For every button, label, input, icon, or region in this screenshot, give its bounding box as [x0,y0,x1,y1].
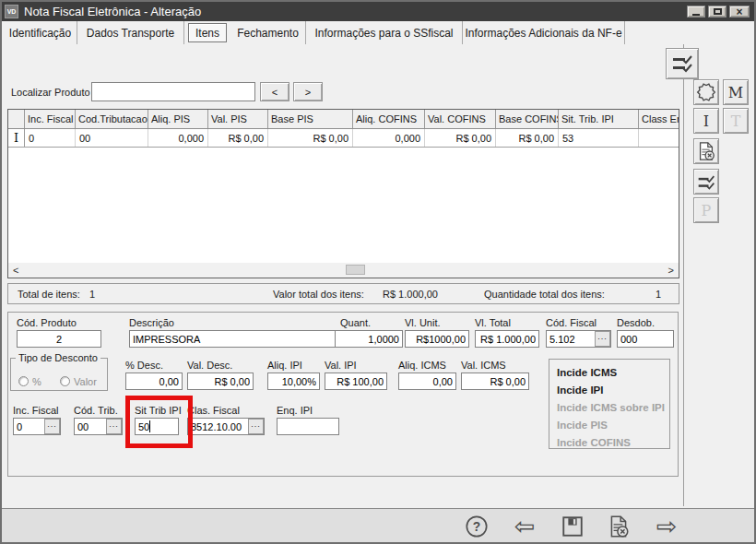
letter-t-icon: T [731,112,741,130]
maximize-button[interactable] [708,6,726,18]
val-icms-label: Val. ICMS [461,360,529,371]
grid-header-cell[interactable]: Sit. Trib. IPI [559,110,639,128]
grid-header-cell[interactable]: Val. COFINS [425,110,496,128]
previous-item-button[interactable]: < [260,82,289,101]
incide-icms: Incide ICMS [557,364,669,382]
tab-dados-transporte[interactable]: Dados Transporte [77,21,184,44]
desdob-field: Desdob. [617,317,674,348]
table-row[interactable]: I 0 00 0,000 R$ 0,00 R$ 0,00 0,000 R$ 0,… [8,129,679,148]
side-button-p-disabled: P [693,197,719,223]
vl-total-field: Vl. Total [475,317,539,348]
scroll-thumb[interactable] [346,265,365,275]
next-item-button[interactable]: > [293,82,323,101]
enq-ipi-input[interactable] [277,418,339,435]
tab-label: Informações para o SSfiscal [314,27,453,40]
inc-fiscal-label: Inc. Fiscal [13,405,61,416]
aliq-icms-input[interactable] [398,373,456,390]
cod-trib-lookup-button[interactable]: ... [106,419,122,434]
tab-label: Fechamento [237,27,299,40]
confirm-items-button[interactable] [666,48,699,79]
titlebar: VD Nota Fiscal Eletrônica - Alteração × [2,2,754,21]
cancel-document-button[interactable] [605,513,632,540]
pct-desc-input[interactable] [125,373,183,390]
sit-trib-ipi-input[interactable] [135,418,179,435]
val-ipi-input[interactable] [325,373,387,390]
tab-fechamento[interactable]: Fechamento [230,21,306,44]
grid-header-marker [8,110,25,128]
grid-header-cell[interactable]: Base COFINS [496,110,559,128]
letter-p-icon: P [702,202,712,219]
total-items-label: Total de itens: [18,289,80,300]
minimize-button[interactable] [687,6,705,18]
cell-val-pis: R$ 0,00 [208,129,268,147]
side-button-i[interactable]: I [693,108,719,134]
grid-header-cell[interactable]: Class End [639,110,679,128]
radio-valor[interactable]: Valor [60,373,97,389]
seal-button[interactable] [693,79,719,105]
save-button[interactable] [559,513,586,540]
side-button-t-disabled: T [723,108,749,134]
tab-label: Dados Transporte [87,27,174,40]
aliq-ipi-input[interactable] [267,373,320,390]
vl-unit-input[interactable] [405,330,469,348]
next-label: > [305,87,311,98]
grid-header-cell[interactable]: Aliq. COFINS [353,110,425,128]
cell-val-cofins: R$ 0,00 [425,129,496,147]
back-button[interactable]: ⇦ [511,513,538,540]
tabstrip: Identificação Dados Transporte Itens Fec… [2,21,754,44]
val-ipi-label: Val. IPI [325,360,387,371]
tab-informacoes-ssfiscal[interactable]: Informações para o SSfiscal [306,21,463,44]
quant-field: Quant. [335,317,403,348]
grid-header-cell[interactable]: Val. PIS [208,110,268,128]
confirm-side-button[interactable] [693,169,719,195]
grid-header-cell[interactable]: Inc. Fiscal [25,110,76,128]
val-desc-input[interactable] [187,373,254,390]
sit-trib-ipi-field: Sit Trib IPI [135,405,179,435]
side-button-m[interactable]: M [723,79,749,105]
cod-fiscal-lookup-button[interactable]: ... [595,331,610,347]
vl-total-input[interactable] [475,330,539,348]
close-button[interactable]: × [729,6,750,18]
document-x-icon [696,141,716,161]
cod-produto-field: Cód. Produto [17,317,101,348]
cod-produto-input[interactable] [17,330,101,348]
total-qty-value: 1 [656,289,661,300]
val-desc-field: Val. Desc. [187,360,254,390]
scroll-left-arrow[interactable]: < [13,265,18,276]
radio-percent[interactable]: % [18,373,41,389]
close-icon: × [736,7,742,17]
grid-header-cell[interactable]: Aliq. PIS [148,110,208,128]
document-x-icon [607,514,631,538]
grid-header-cell[interactable]: Base PIS [268,110,353,128]
letter-m-icon: M [728,84,743,101]
help-button[interactable]: ? [463,513,490,540]
tab-informacoes-adicionais-nfe[interactable]: Informações Adicionais da NF-e [463,21,625,44]
incide-cofins: Incide COFINS [557,434,669,452]
cancel-item-button[interactable] [693,138,719,164]
question-icon: ? [465,514,489,538]
forward-button[interactable]: ⇨ [653,513,680,540]
content-side-separator [683,44,684,506]
cod-produto-label: Cód. Produto [17,317,101,328]
clas-fiscal-lookup-button[interactable]: ... [248,419,264,434]
total-value-amount: R$ 1.000,00 [383,289,438,300]
scroll-right-arrow[interactable]: > [668,265,674,276]
list-check-icon [697,172,715,191]
quant-input[interactable] [335,330,403,348]
grid-header-cell[interactable]: Cod.Tributacao [76,110,148,128]
val-icms-input[interactable] [461,373,529,390]
tab-itens[interactable]: Itens [188,23,227,42]
grid-hscrollbar[interactable]: < > [8,263,679,278]
nfe-window: VD Nota Fiscal Eletrônica - Alteração × … [2,2,754,542]
inc-fiscal-lookup-button[interactable]: ... [44,419,60,434]
descricao-input[interactable] [129,330,338,348]
tab-identificacao[interactable]: Identificação [4,21,77,44]
cod-fiscal-label: Cód. Fiscal [546,317,611,328]
minimize-icon [692,14,700,16]
desdob-input[interactable] [617,330,674,348]
descricao-label: Descrição [129,317,338,328]
pct-desc-field: % Desc. [125,360,183,390]
localizar-produto-input[interactable] [91,82,255,101]
bottom-toolbar: ? ⇦ ⇨ [2,508,754,542]
letter-i-icon: I [703,112,709,130]
